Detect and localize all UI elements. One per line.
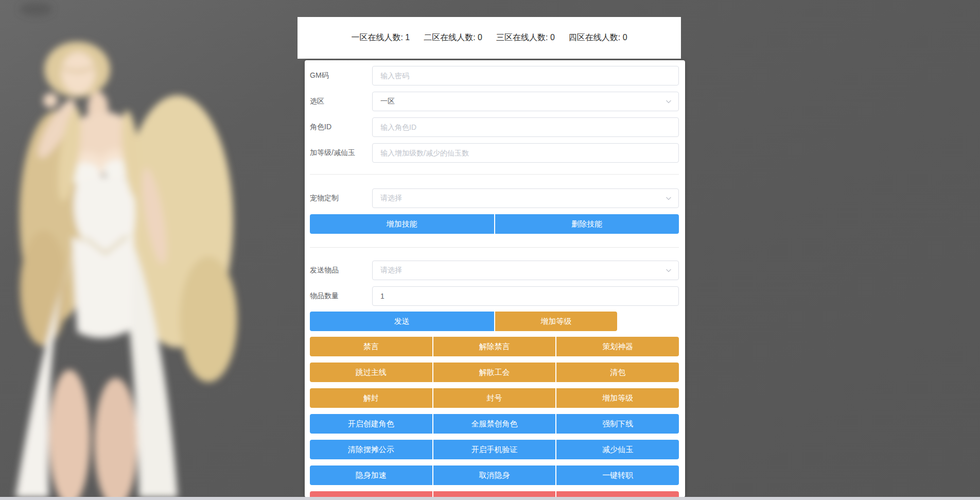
colon: : bbox=[473, 33, 478, 42]
action-row-3: 解封 封号 增加等级 bbox=[310, 388, 679, 408]
page-background: 一区在线人数: 1 二区在线人数: 0 三区在线人数: 0 四区在线人数: 0 … bbox=[0, 0, 980, 500]
colon: : bbox=[400, 33, 405, 42]
unban-button[interactable]: 解封 bbox=[310, 388, 432, 408]
section-divider bbox=[310, 174, 679, 175]
colon: : bbox=[546, 33, 550, 42]
send-item-placeholder: 请选择 bbox=[380, 266, 402, 275]
planner-artifact-button[interactable]: 策划神器 bbox=[556, 337, 679, 356]
gm-code-label: GM码 bbox=[310, 71, 372, 80]
server-zone-value: 一区 bbox=[380, 97, 395, 106]
clear-stall-notice-button[interactable]: 清除摆摊公示 bbox=[310, 440, 432, 459]
level-jade-label: 加等级/减仙玉 bbox=[310, 148, 372, 158]
pet-custom-select[interactable]: 请选择 bbox=[372, 188, 679, 208]
cancel-stealth-button[interactable]: 取消隐身 bbox=[433, 465, 556, 485]
skip-mainline-button[interactable]: 跳过主线 bbox=[310, 363, 432, 382]
enable-phone-verify-button[interactable]: 开启手机验证 bbox=[433, 440, 556, 459]
zone2-count-value: 0 bbox=[478, 33, 482, 42]
role-id-row: 角色ID bbox=[310, 117, 679, 137]
server-zone-select[interactable]: 一区 bbox=[372, 92, 679, 111]
gm-code-row: GM码 bbox=[310, 66, 679, 85]
item-quantity-label: 物品数量 bbox=[310, 291, 372, 301]
send-button[interactable]: 发送 bbox=[310, 312, 494, 331]
pet-custom-label: 宠物定制 bbox=[310, 194, 372, 203]
section-divider bbox=[310, 247, 679, 248]
pet-custom-row: 宠物定制 请选择 bbox=[310, 188, 679, 208]
server-zone-row: 选区 一区 bbox=[310, 92, 679, 111]
chevron-down-icon bbox=[665, 195, 672, 202]
item-quantity-input[interactable] bbox=[372, 286, 679, 306]
clear-bag-button[interactable]: 清包 bbox=[556, 363, 679, 382]
role-id-input[interactable] bbox=[372, 117, 679, 137]
send-button-row: 发送 增加等级 bbox=[310, 312, 679, 331]
send-item-label: 发送物品 bbox=[310, 266, 372, 275]
pet-skill-button-row: 增加技能 删除技能 bbox=[310, 214, 679, 234]
level-jade-row: 加等级/减仙玉 bbox=[310, 143, 679, 163]
gm-code-input[interactable] bbox=[372, 66, 679, 85]
zone4-count-value: 0 bbox=[623, 33, 627, 42]
one-key-class-change-button[interactable]: 一键转职 bbox=[556, 465, 679, 485]
increase-level-button[interactable]: 增加等级 bbox=[556, 388, 679, 408]
chevron-down-icon bbox=[665, 98, 672, 105]
zone3-count-value: 0 bbox=[550, 33, 555, 42]
chevron-down-icon bbox=[665, 267, 672, 274]
server-zone-label: 选区 bbox=[310, 97, 372, 106]
stealth-speed-button[interactable]: 隐身加速 bbox=[310, 465, 432, 485]
enable-create-role-button[interactable]: 开启创建角色 bbox=[310, 414, 432, 434]
ban-account-button[interactable]: 封号 bbox=[433, 388, 556, 408]
zone1-count-value: 1 bbox=[405, 33, 410, 42]
item-quantity-row: 物品数量 bbox=[310, 286, 679, 306]
role-id-label: 角色ID bbox=[310, 123, 372, 132]
action-row-5: 清除摆摊公示 开启手机验证 减少仙玉 bbox=[310, 440, 679, 459]
reduce-jade-button[interactable]: 减少仙玉 bbox=[556, 440, 679, 459]
action-row-1: 禁言 解除禁言 策划神器 bbox=[310, 337, 679, 356]
gm-form-card: GM码 选区 一区 角色ID 加等级/减仙玉 宠物定制 请选择 bbox=[305, 60, 685, 497]
add-level-button[interactable]: 增加等级 bbox=[495, 312, 618, 331]
pet-custom-placeholder: 请选择 bbox=[380, 194, 402, 203]
send-item-row: 发送物品 请选择 bbox=[310, 261, 679, 280]
send-item-select[interactable]: 请选择 bbox=[372, 261, 679, 280]
mute-button[interactable]: 禁言 bbox=[310, 337, 432, 356]
disable-create-role-button[interactable]: 全服禁创角色 bbox=[433, 414, 556, 434]
level-jade-input[interactable] bbox=[372, 143, 679, 163]
online-count-zone1: 一区在线人数: 1 bbox=[351, 32, 410, 43]
delete-skill-button[interactable]: 删除技能 bbox=[495, 214, 679, 234]
force-offline-button[interactable]: 强制下线 bbox=[556, 414, 679, 434]
online-count-zone2: 二区在线人数: 0 bbox=[424, 32, 482, 43]
colon: : bbox=[618, 33, 623, 42]
online-count-zone4: 四区在线人数: 0 bbox=[569, 32, 627, 43]
unmute-button[interactable]: 解除禁言 bbox=[433, 337, 556, 356]
action-row-6: 隐身加速 取消隐身 一键转职 bbox=[310, 465, 679, 485]
disband-guild-button[interactable]: 解散工会 bbox=[433, 363, 556, 382]
character-artwork bbox=[0, 0, 291, 497]
add-skill-button[interactable]: 增加技能 bbox=[310, 214, 494, 234]
online-count-header: 一区在线人数: 1 二区在线人数: 0 三区在线人数: 0 四区在线人数: 0 bbox=[297, 17, 681, 59]
online-count-zone3: 三区在线人数: 0 bbox=[496, 32, 555, 43]
action-row-4: 开启创建角色 全服禁创角色 强制下线 bbox=[310, 414, 679, 434]
action-row-2: 跳过主线 解散工会 清包 bbox=[310, 363, 679, 382]
window-bottom-edge bbox=[0, 497, 980, 500]
